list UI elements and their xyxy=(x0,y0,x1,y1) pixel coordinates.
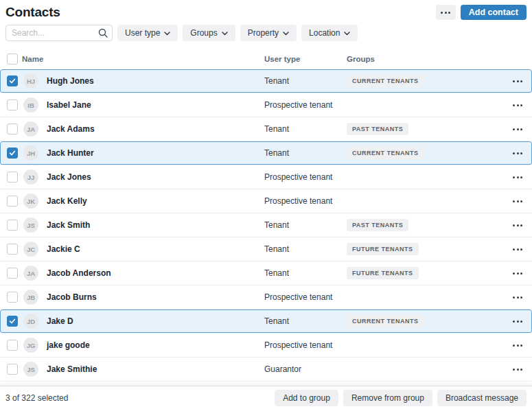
search-box xyxy=(5,25,113,41)
more-actions-button[interactable] xyxy=(436,5,456,20)
table-row[interactable]: JH Jack Hunter Tenant CURRENT TENANTS xyxy=(0,141,532,165)
group-badge: FUTURE TENANTS xyxy=(347,243,419,255)
filter-button-label: Location xyxy=(309,28,340,38)
table-row[interactable]: JG jake goode Prospective tenant xyxy=(0,334,532,358)
table-row[interactable]: HJ Hugh Jones Tenant CURRENT TENANTS xyxy=(0,69,532,93)
row-checkbox[interactable] xyxy=(7,196,18,207)
row-checkbox[interactable] xyxy=(7,75,18,86)
row-menu-button[interactable] xyxy=(511,246,524,253)
avatar: JC xyxy=(23,242,38,257)
table-row[interactable]: IB Isabel Jane Prospective tenant xyxy=(0,93,532,117)
row-checkbox[interactable] xyxy=(7,100,18,110)
contact-name: jake goode xyxy=(47,340,90,350)
row-menu-button[interactable] xyxy=(511,318,524,325)
row-menu-button[interactable] xyxy=(511,342,524,349)
row-menu-button[interactable] xyxy=(511,150,524,157)
contact-name: Jack Smith xyxy=(47,220,90,230)
chevron-down-icon xyxy=(344,28,350,38)
user-type-value: Tenant xyxy=(264,316,289,326)
filter-buttons: User type Groups Property Locati xyxy=(117,25,358,41)
table-row[interactable]: JC Jackie C Tenant FUTURE TENANTS xyxy=(0,237,532,261)
row-menu-button[interactable] xyxy=(511,198,524,205)
column-header-groups: Groups xyxy=(347,55,375,63)
table-header: Name User type Groups xyxy=(0,49,532,69)
contact-name: Jackie C xyxy=(47,244,80,254)
user-type-value: Guarantor xyxy=(264,364,301,374)
group-badge: CURRENT TENANTS xyxy=(347,147,424,159)
row-checkbox[interactable] xyxy=(7,220,18,231)
ellipsis-icon xyxy=(513,248,522,250)
row-checkbox[interactable] xyxy=(7,148,18,159)
user-type-value: Tenant xyxy=(264,124,289,134)
avatar: JK xyxy=(23,194,38,209)
avatar: JA xyxy=(23,121,38,137)
contact-name: Jacob Burns xyxy=(47,292,97,302)
row-menu-button[interactable] xyxy=(511,174,524,181)
user-type-value: Tenant xyxy=(264,268,289,278)
row-menu-button[interactable] xyxy=(511,126,524,133)
user-type-value: Prospective tenant xyxy=(264,292,332,302)
row-menu-button[interactable] xyxy=(511,294,524,301)
row-menu-button[interactable] xyxy=(511,102,524,109)
contact-name: Jack Jones xyxy=(47,172,91,182)
row-checkbox[interactable] xyxy=(7,124,18,135)
add-contact-button[interactable]: Add contact xyxy=(461,5,527,20)
row-menu-button[interactable] xyxy=(511,270,524,277)
avatar: JS xyxy=(23,362,38,377)
table-row[interactable]: JK Jack Kelly Prospective tenant xyxy=(0,189,532,213)
row-checkbox[interactable] xyxy=(7,340,18,351)
avatar: JB xyxy=(23,290,38,305)
user-type-value: Tenant xyxy=(264,76,289,86)
row-checkbox[interactable] xyxy=(7,172,18,183)
ellipsis-icon xyxy=(513,344,522,347)
search-input[interactable] xyxy=(5,25,113,41)
avatar: JG xyxy=(23,338,38,353)
group-badge: CURRENT TENANTS xyxy=(347,75,424,87)
footer-action-button[interactable]: Broadcast message xyxy=(437,390,527,406)
table-row[interactable]: JA Jacob Anderson Tenant FUTURE TENANTS xyxy=(0,261,532,285)
chevron-down-icon xyxy=(164,28,170,38)
filter-button[interactable]: Location xyxy=(301,25,358,41)
ellipsis-icon xyxy=(513,80,522,82)
footer-action-button[interactable]: Remove from group xyxy=(343,390,432,406)
row-menu-button[interactable] xyxy=(511,366,524,373)
row-checkbox[interactable] xyxy=(7,316,18,327)
row-menu-button[interactable] xyxy=(511,78,524,85)
table-row[interactable]: JB Jacob Burns Prospective tenant xyxy=(0,285,532,309)
table-row[interactable]: JA Jack Adams Tenant PAST TENANTS xyxy=(0,117,532,141)
table-row[interactable]: JJ Jack Jones Prospective tenant xyxy=(0,165,532,189)
table-row[interactable]: JS Jack Smith Tenant PAST TENANTS xyxy=(0,213,532,237)
ellipsis-icon xyxy=(513,320,522,323)
contact-name: Hugh Jones xyxy=(47,76,94,86)
page-title: Contacts xyxy=(5,5,60,20)
filter-button-label: Groups xyxy=(190,28,217,38)
table-row[interactable]: JS Jake Smithie Guarantor xyxy=(0,358,532,382)
ellipsis-icon xyxy=(513,104,522,106)
filter-button[interactable]: Groups xyxy=(183,25,235,41)
ellipsis-icon xyxy=(513,224,522,226)
avatar: JH xyxy=(23,145,38,161)
contact-name: Jacob Anderson xyxy=(47,268,111,278)
selection-footer: 3 of 322 selected Add to group Remove fr… xyxy=(0,386,532,409)
filter-button[interactable]: User type xyxy=(117,25,178,41)
footer-action-button[interactable]: Add to group xyxy=(275,390,338,406)
row-checkbox[interactable] xyxy=(7,268,18,279)
search-icon xyxy=(98,28,108,40)
user-type-value: Prospective tenant xyxy=(264,172,332,182)
select-all-checkbox[interactable] xyxy=(7,54,18,65)
filter-bar: User type Groups Property Locati xyxy=(0,22,532,44)
row-checkbox[interactable] xyxy=(7,364,18,375)
avatar: JJ xyxy=(23,170,38,185)
column-header-name: Name xyxy=(22,55,43,63)
user-type-value: Tenant xyxy=(264,148,289,158)
avatar: JD xyxy=(23,314,38,329)
row-checkbox[interactable] xyxy=(7,244,18,255)
contact-name: Jake Smithie xyxy=(47,364,97,374)
row-checkbox[interactable] xyxy=(7,292,18,303)
ellipsis-icon xyxy=(513,152,522,154)
ellipsis-icon xyxy=(513,128,522,130)
ellipsis-icon xyxy=(441,12,450,14)
row-menu-button[interactable] xyxy=(511,222,524,229)
table-row[interactable]: JD Jake D Tenant CURRENT TENANTS xyxy=(0,309,532,334)
filter-button[interactable]: Property xyxy=(240,25,297,41)
